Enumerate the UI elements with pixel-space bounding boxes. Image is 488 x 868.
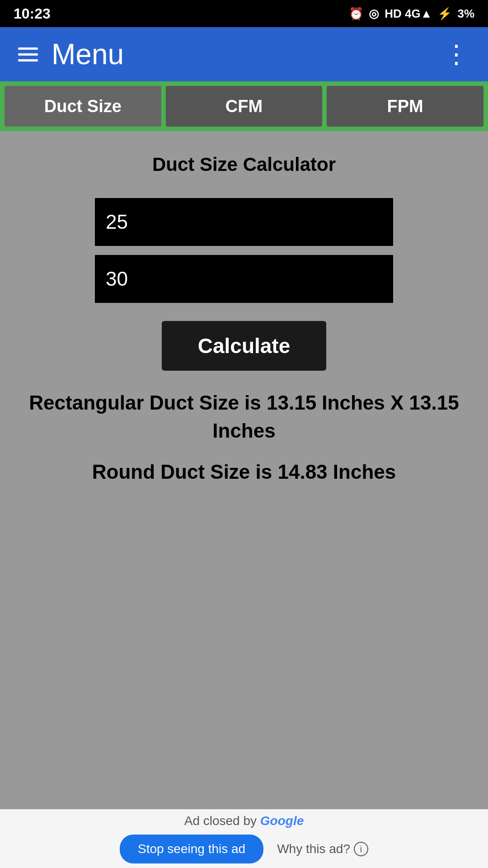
input-field-1[interactable] [95, 198, 393, 246]
ad-bar: Ad closed by Google Stop seeing this ad … [0, 809, 488, 868]
google-label: Google [260, 814, 304, 828]
calculator-title: Duct Size Calculator [18, 154, 470, 175]
why-this-ad-button[interactable]: Why this ad? i [277, 842, 368, 856]
result-round: Round Duct Size is 14.83 Inches [18, 458, 470, 486]
signal-label: HD 4G▲ [385, 7, 432, 21]
result-rectangular: Rectangular Duct Size is 13.15 Inches X … [18, 389, 470, 444]
status-icons: ⏰ ◎ HD 4G▲ ⚡ 3% [349, 7, 474, 21]
main-content: Duct Size Calculator Calculate Rectangul… [0, 131, 488, 809]
battery-icon: ⚡ [437, 7, 452, 21]
toolbar: Menu ⋮ [0, 27, 488, 81]
tab-duct-size[interactable]: Duct Size [5, 86, 161, 127]
tab-fpm[interactable]: FPM [327, 86, 483, 127]
tab-cfm[interactable]: CFM [166, 86, 323, 127]
menu-button[interactable] [18, 47, 38, 61]
status-bar: 10:23 ⏰ ◎ HD 4G▲ ⚡ 3% [0, 0, 488, 27]
location-icon: ◎ [369, 7, 379, 21]
stop-seeing-ad-button[interactable]: Stop seeing this ad [120, 835, 263, 863]
status-time: 10:23 [14, 5, 51, 22]
alarm-icon: ⏰ [349, 7, 363, 21]
info-icon: i [354, 842, 368, 856]
calculate-button[interactable]: Calculate [162, 321, 327, 371]
ad-bottom-buttons: Stop seeing this ad Why this ad? i [120, 835, 368, 863]
ad-closed-label: Ad closed by Google [184, 814, 304, 828]
toolbar-title: Menu [52, 38, 444, 71]
more-options-button[interactable]: ⋮ [444, 42, 470, 67]
tab-bar: Duct Size CFM FPM [0, 81, 488, 131]
input-field-2[interactable] [95, 255, 393, 303]
battery-level: 3% [457, 7, 474, 21]
